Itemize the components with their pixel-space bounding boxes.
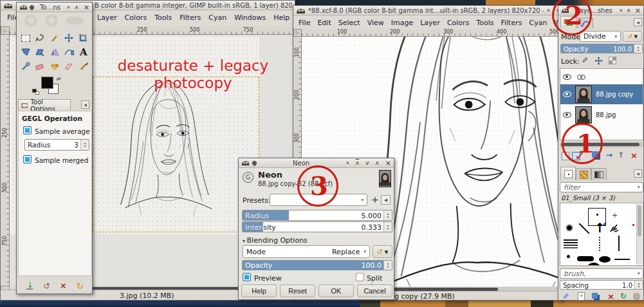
neon-intensity-slider[interactable]: Intensity Intensity 0.333 [242, 221, 392, 232]
menu-select[interactable]: Select [338, 19, 360, 27]
pin-icon[interactable] [29, 4, 35, 10]
menu-image[interactable]: Image [391, 19, 413, 27]
mode-combo[interactable]: Mode Replace [243, 245, 370, 258]
menu-cyan[interactable]: Cyan [208, 14, 226, 22]
menu-file[interactable]: File [299, 19, 310, 27]
sample-merged-checkbox[interactable] [23, 155, 32, 163]
brush-options-icon[interactable] [633, 293, 640, 300]
minimize-icon[interactable] [365, 160, 369, 166]
mode-reset-button[interactable]: ↺ [623, 31, 642, 42]
delete-brush-icon[interactable]: × [607, 292, 614, 301]
brush-grid-scrollbar[interactable] [636, 204, 642, 265]
toolbox-titlebar[interactable]: To…ns [17, 3, 92, 12]
close-icon[interactable] [635, 6, 641, 15]
right-window-titlebar[interactable]: *88.xcf-8.0 (RGB color 8-bit gamma int…u… [293, 6, 562, 15]
preset-menu-button[interactable]: ◀ [381, 195, 391, 205]
brush-dot[interactable] [567, 255, 570, 258]
perspective-tool-icon[interactable] [19, 46, 32, 59]
paintbrush-tool-icon[interactable] [77, 60, 90, 73]
layer-row[interactable]: 88.jpg [560, 105, 643, 125]
visibility-icon[interactable] [563, 91, 571, 97]
tool-options-tab[interactable]: Tool Options [18, 99, 71, 111]
eraser-tool-icon[interactable] [33, 60, 47, 73]
menu-layer[interactable]: Layer [420, 19, 440, 27]
brush-grid[interactable]: + ↑ [560, 203, 643, 266]
add-preset-button[interactable]: + [371, 194, 379, 205]
menu-windows[interactable]: Windows [234, 14, 266, 22]
brush-tag-combo[interactable]: brush, [560, 268, 643, 279]
brush-foliage[interactable] [608, 223, 620, 234]
maximize-icon[interactable] [627, 7, 630, 14]
brush-dome[interactable] [586, 263, 602, 266]
shade-icon[interactable] [66, 4, 70, 10]
pin-icon[interactable] [252, 160, 258, 166]
color-picker-tool-icon[interactable] [19, 60, 32, 73]
new-brush-icon[interactable]: + [578, 292, 585, 301]
split-view-checkbox[interactable] [356, 273, 364, 281]
spinner-arrows[interactable] [383, 222, 392, 232]
spinner-arrows[interactable] [383, 261, 392, 270]
lock-alpha-icon[interactable] [609, 57, 616, 64]
tab-menu-button[interactable]: ◀ [634, 169, 642, 178]
lock-pixels-icon[interactable]: ✎ [582, 56, 588, 65]
layer-row-selected[interactable]: 88.jpg copy [560, 84, 643, 104]
spacing-spinbox[interactable]: Spacing 1.0 [560, 280, 643, 290]
ruler-origin-button[interactable]: ▷ [293, 29, 302, 37]
brush-lines[interactable] [564, 239, 578, 241]
menu-colors[interactable]: Colors [125, 14, 147, 22]
merge-down-button[interactable]: → [606, 151, 612, 160]
clone-tool-icon[interactable] [48, 60, 61, 73]
paths-tool-icon[interactable] [62, 46, 76, 59]
neon-opacity-slider[interactable]: Opacity 100.0 [242, 260, 392, 270]
shear-tool-icon[interactable] [33, 46, 47, 59]
brush-vline[interactable] [618, 236, 620, 251]
flip-tool-icon[interactable] [48, 46, 61, 59]
maximize-icon[interactable] [375, 160, 378, 166]
layer-opacity-slider[interactable]: Opacity 100.0 [560, 44, 643, 53]
gradients-tab[interactable] [591, 168, 607, 180]
edit-brush-icon[interactable]: ✎ [562, 292, 569, 301]
menu-edit[interactable]: Edit [317, 19, 331, 27]
layer-mode-combo[interactable]: Divide [580, 31, 621, 42]
brushes-tab[interactable] [560, 167, 576, 180]
link-icon[interactable] [577, 75, 585, 80]
neon-radius-slider[interactable]: Radius Radius 5.000 [242, 210, 392, 221]
brush-arrow[interactable]: ↑ [594, 220, 605, 236]
blending-options-expander[interactable]: ▾ Blending Options [243, 236, 308, 245]
tab-menu-button[interactable]: ◀ [81, 100, 89, 109]
spinner-arrows[interactable] [80, 140, 89, 150]
text-tool-icon[interactable]: A [77, 46, 90, 59]
restore-preset-icon[interactable]: ↺ [43, 281, 50, 291]
duplicate-brush-icon[interactable] [592, 293, 598, 299]
refresh-brushes-icon[interactable]: ↻ [620, 292, 627, 301]
maximize-icon[interactable] [75, 4, 78, 10]
menu-tools[interactable]: Tools [154, 14, 172, 22]
help-button[interactable]: Help [241, 284, 277, 297]
delete-preset-icon[interactable]: × [60, 281, 66, 290]
stick-icon[interactable] [356, 160, 359, 166]
fuzzy-select-tool-icon[interactable] [48, 32, 61, 44]
foreground-color-swatch[interactable] [41, 77, 53, 89]
shade-icon[interactable] [546, 7, 550, 14]
menu-layer[interactable]: Layer [97, 14, 117, 22]
radius-spinbox[interactable]: Radius 3 [24, 139, 89, 151]
shade-icon[interactable] [345, 160, 349, 166]
rect-select-tool-icon[interactable] [19, 32, 32, 44]
mode-reset-button[interactable]: ↺ [373, 245, 392, 258]
menu-view[interactable]: View [367, 19, 384, 27]
close-icon[interactable] [84, 3, 89, 12]
move-tool-icon[interactable] [62, 32, 76, 44]
free-select-tool-icon[interactable] [33, 32, 47, 44]
swap-colors-icon[interactable]: ⇄ [57, 76, 61, 82]
menu-filters[interactable]: Filters [179, 14, 201, 22]
reset-button[interactable]: Reset [280, 284, 315, 297]
brush-thin-line[interactable] [614, 259, 630, 260]
menu-filters[interactable]: Filters [501, 19, 522, 27]
cancel-button[interactable]: Cancel [357, 284, 392, 297]
spinner-arrows[interactable] [634, 281, 643, 289]
brush-filter-combo[interactable]: filter [560, 182, 643, 192]
anchor-layer-button[interactable]: ↑ [618, 151, 624, 160]
ok-button[interactable]: OK [318, 284, 354, 297]
tab-menu-button[interactable]: ◀ [634, 18, 642, 26]
visibility-icon[interactable] [563, 112, 571, 118]
